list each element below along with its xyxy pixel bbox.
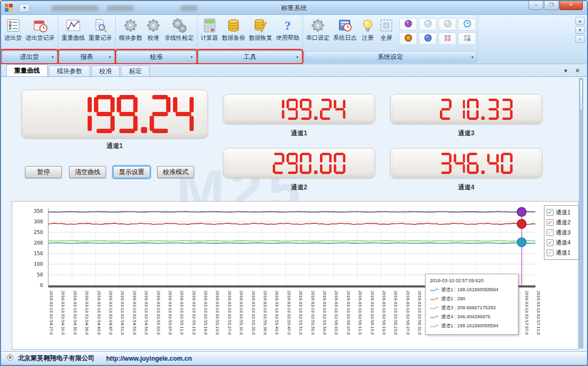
toolbar-button-gear[interactable]: 校准 xyxy=(144,17,162,43)
series-curve-icon xyxy=(430,303,441,313)
svg-text:2016-03-10 02:54:59.0: 2016-03-10 02:54:59.0 xyxy=(144,291,149,335)
window-title: 称重系统 xyxy=(1,4,587,13)
toolbar-button-label: 计算器 xyxy=(201,34,218,42)
help-icon: ? xyxy=(280,18,295,33)
toolbar-button-fullscreen[interactable]: 全屏 xyxy=(377,17,395,43)
swatch-graygrid-button[interactable] xyxy=(458,32,476,45)
legend-label: 通道2 xyxy=(556,219,570,226)
svg-text:2016-03-10 02:55:23.0: 2016-03-10 02:55:23.0 xyxy=(215,291,220,335)
toolbar-group-label-text: 校准 xyxy=(150,53,163,62)
legend-label: 通道1 xyxy=(556,249,570,257)
swatch-orange-button[interactable] xyxy=(399,32,417,45)
toolbar-button-bulb[interactable]: 注册 xyxy=(359,17,377,43)
svg-text:2016-03-10 02:55:39.0: 2016-03-10 02:55:39.0 xyxy=(263,291,267,335)
toolbar-button-database[interactable]: 数据备份 xyxy=(220,17,247,43)
tab-list-dropdown[interactable]: ▾ xyxy=(561,67,570,74)
svg-text:2016-03-10 02:56:23.0: 2016-03-10 02:56:23.0 xyxy=(393,291,398,335)
svg-text:2016-03-10 02:55:31.0: 2016-03-10 02:55:31.0 xyxy=(239,291,244,335)
svg-text:2016-03-10 02:55:47.0: 2016-03-10 02:55:47.0 xyxy=(287,291,291,335)
toolbar-group-label[interactable]: 报表▾ xyxy=(59,51,114,63)
toolbar-scroll-down-button[interactable]: ▼ xyxy=(575,26,585,34)
tab-4[interactable]: 标定 xyxy=(121,65,150,76)
svg-text:2016-03-10 02:55:43.0: 2016-03-10 02:55:43.0 xyxy=(274,291,279,335)
svg-text:2016-03-10 02:55:55.0: 2016-03-10 02:55:55.0 xyxy=(310,291,315,335)
tooltip-series-value: 通道1 : 199.161560058594 xyxy=(441,286,498,293)
toolbar-group-label[interactable]: 工具▾ xyxy=(198,51,301,63)
channel-display-通道1 xyxy=(223,94,375,124)
maximize-button[interactable]: ❐ xyxy=(544,1,559,10)
button-清空曲线[interactable]: 清空曲线 xyxy=(69,166,106,178)
button-校准模式[interactable]: 校准模式 xyxy=(157,166,194,178)
tab-2[interactable]: 模块参数 xyxy=(49,65,90,76)
legend-label: 通道3 xyxy=(556,229,570,237)
minimize-button[interactable]: ‒ xyxy=(529,1,543,10)
toolbar-button-gear[interactable]: 串口设定 xyxy=(305,17,331,43)
scrollbar-thumb[interactable] xyxy=(580,80,583,110)
toolbar-more-button[interactable]: ▿ xyxy=(575,35,585,43)
database-edit-icon xyxy=(253,18,268,33)
swatch-blue-icon xyxy=(424,34,432,44)
tab-1[interactable]: 重量曲线 xyxy=(6,64,48,76)
svg-text:2016-03-10 02:54:35.0: 2016-03-10 02:54:35.0 xyxy=(73,291,77,335)
series-curve-icon xyxy=(430,285,441,295)
toolbar-button-gears[interactable]: 非线性检定 xyxy=(163,17,195,43)
company-url[interactable]: http://www.juyingele.com.cn xyxy=(106,355,192,362)
chart-panel[interactable]: 0501001502002503003502016-03-10 02:54:27… xyxy=(12,201,578,350)
toolbar-button-log-clock[interactable]: 系统日志 xyxy=(332,17,358,43)
tab-3[interactable]: 校准 xyxy=(91,65,120,76)
legend-checkbox[interactable]: ✓ xyxy=(547,239,554,246)
tooltip-series-row: 通道4 : 346.404296875 xyxy=(430,312,514,321)
svg-text:2016-03-10 02:55:11.0: 2016-03-10 02:55:11.0 xyxy=(179,291,184,335)
swatch-paleblue-button[interactable] xyxy=(419,18,437,31)
toolbar-button-help[interactable]: ?使用帮助 xyxy=(274,17,301,43)
tooltip-series-row: 通道1 : 199.161560058594 xyxy=(430,321,514,330)
toolbar-group-tools: 重量曲线重量记录 xyxy=(58,15,115,50)
swatch-blue-button[interactable] xyxy=(419,32,437,45)
toolbar-group-2: 重量曲线重量记录报表▾ xyxy=(58,15,116,64)
legend-label: 通道4 xyxy=(556,239,570,247)
swatch-purple-button[interactable] xyxy=(399,18,417,31)
toolbar-button-label: 串口设定 xyxy=(306,34,330,42)
toolbar-button-label: 全屏 xyxy=(381,34,392,42)
toolbar-group-4: 计算器数据备份数据恢复?使用帮助工具▾ xyxy=(197,15,303,64)
toolbar-button-curve[interactable]: 重量曲线 xyxy=(60,17,87,43)
button-暂停[interactable]: 暂停 xyxy=(25,166,62,178)
swatch-gray-icon xyxy=(444,20,452,30)
chevron-down-icon: ▾ xyxy=(51,55,54,59)
svg-text:2016-03-10 02:56:15.0: 2016-03-10 02:56:15.0 xyxy=(370,291,375,335)
button-显示设置[interactable]: 显示设置 xyxy=(113,166,150,178)
toolbar-button-calendar-clock[interactable]: 进出货记录 xyxy=(24,17,56,43)
svg-text:2016-03-10 02:54:51.0: 2016-03-10 02:54:51.0 xyxy=(120,291,125,335)
toolbar-button-record-search[interactable]: 重量记录 xyxy=(87,17,114,43)
swatch-pinkgrid-button[interactable] xyxy=(438,32,456,45)
svg-text:300: 300 xyxy=(34,219,43,224)
toolbar-scroll-up-button[interactable]: ▲ xyxy=(575,17,585,25)
chevron-down-icon: ▾ xyxy=(191,55,193,59)
toolbar-group-label[interactable]: 校准▾ xyxy=(117,51,196,63)
toolbar-group-label[interactable]: 系统设定▾ xyxy=(304,51,477,63)
status-icon xyxy=(6,354,14,363)
close-button[interactable]: ✕ xyxy=(559,1,583,10)
vertical-scrollbar[interactable] xyxy=(579,78,583,348)
legend-checkbox[interactable]: ✓ xyxy=(547,229,554,236)
legend-item-通道2: ✓通道2 xyxy=(547,217,576,228)
swatch-paleblue-icon xyxy=(424,20,432,30)
series-curve-icon xyxy=(430,321,441,331)
channel-display-label: 通道2 xyxy=(223,183,375,192)
toolbar-button-database-edit[interactable]: 数据恢复 xyxy=(247,17,274,43)
toolbar-button-label: 数据恢复 xyxy=(249,34,272,42)
toolbar-button-list[interactable]: 进出货 xyxy=(3,17,23,43)
svg-text:2016-03-10 02:54:27.0: 2016-03-10 02:54:27.0 xyxy=(49,291,54,335)
swatch-purple-icon xyxy=(404,20,412,30)
toolbar-group-label[interactable]: 进出货▾ xyxy=(2,51,57,63)
legend-checkbox[interactable]: ✓ xyxy=(547,219,554,226)
legend-checkbox[interactable]: ✓ xyxy=(547,249,554,256)
svg-text:2016-03-10 02:57:07.0: 2016-03-10 02:57:07.0 xyxy=(524,291,529,335)
svg-text:2016-03-10 02:56:27.0: 2016-03-10 02:56:27.0 xyxy=(405,291,410,335)
legend-checkbox[interactable]: ✓ xyxy=(547,209,554,216)
toolbar-button-calculator[interactable]: 计算器 xyxy=(199,17,220,43)
tab-close-button[interactable]: ✕ xyxy=(573,67,582,74)
swatch-gray-button[interactable] xyxy=(438,18,456,31)
swatch-clock-button[interactable] xyxy=(458,18,476,31)
toolbar-button-gear[interactable]: 模块参数 xyxy=(117,17,144,43)
